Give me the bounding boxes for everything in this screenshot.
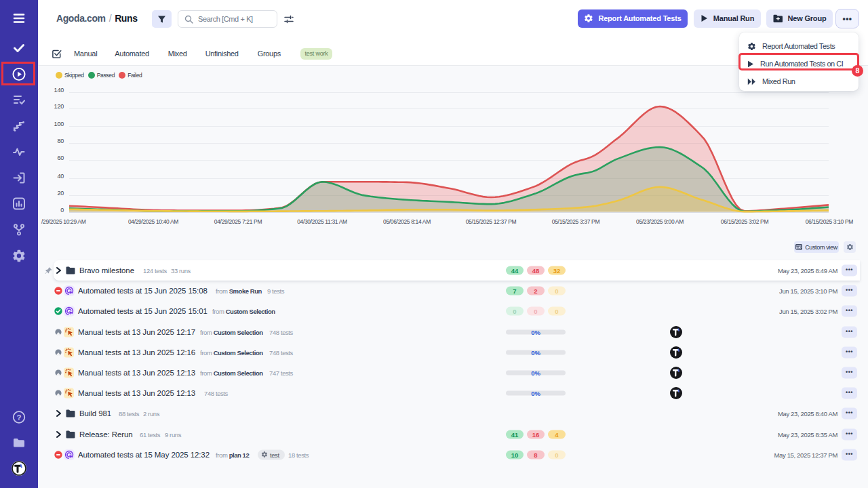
svg-text:?: ? bbox=[16, 413, 21, 422]
